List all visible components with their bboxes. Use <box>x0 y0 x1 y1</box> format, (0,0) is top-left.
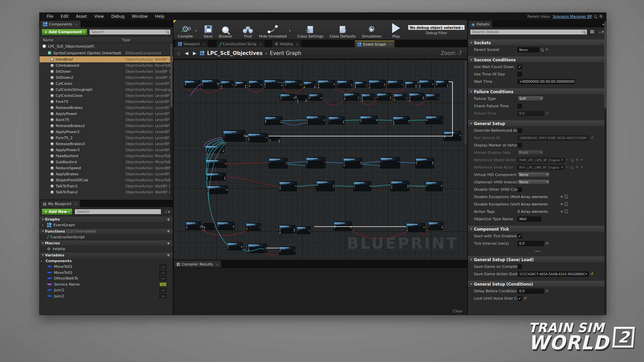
tab-components[interactable]: Components × <box>40 21 80 27</box>
component-row[interactable]: ApplyBrakes ObjectiveAction_LeverBP_ <box>40 171 173 177</box>
property-value[interactable]: 0.0↺ <box>518 289 548 294</box>
debug-object-dropdown[interactable]: No debug object selected▾ <box>408 25 465 30</box>
close-icon[interactable]: × <box>74 202 77 206</box>
browse-button[interactable]: Browse <box>216 21 235 39</box>
component-row[interactable]: CylCocksSimugraph ObjectiveAction_Simugr… <box>40 86 173 93</box>
blueprint-node[interactable] <box>369 80 385 88</box>
clear-icon[interactable]: ✕ <box>580 166 583 169</box>
event-graph-canvas[interactable]: BLUEPRINT <box>173 59 467 260</box>
property-value[interactable]: RVM_LPC_LMS_8F_Engine▾ ←+✕ <box>518 158 583 163</box>
chevron-down-icon[interactable]: ▾ <box>289 29 291 33</box>
dropdown[interactable]: Soft▾ <box>518 96 544 101</box>
search-icon[interactable] <box>594 15 597 18</box>
blueprint-node[interactable] <box>279 225 295 233</box>
checkbox[interactable]: ✓ <box>518 296 522 301</box>
blueprint-node[interactable] <box>360 116 377 124</box>
add-element-icon[interactable]: + <box>575 158 579 162</box>
close-icon[interactable]: × <box>260 43 262 46</box>
property-row[interactable]: Wait Time +00000000.00:00:00.000000000 <box>468 78 606 85</box>
blueprint-node[interactable] <box>419 80 434 88</box>
clear-icon[interactable]: ✕ <box>545 48 548 51</box>
blueprint-node[interactable] <box>393 117 410 125</box>
blueprint-node[interactable] <box>393 94 407 100</box>
component-row[interactable]: SitDown2 ObjectiveAction_SeatBP_C <box>40 74 173 80</box>
add-element-icon[interactable]: + <box>560 195 563 199</box>
blueprint-node[interactable] <box>285 80 302 88</box>
blueprint-node[interactable] <box>428 222 443 230</box>
blueprint-node[interactable] <box>318 80 335 88</box>
section-functions[interactable]: ▾ Functions(110 Overridable) + <box>40 228 173 234</box>
component-row-root[interactable]: LPC_ScE_Objectives(self) <box>40 43 173 50</box>
add-icon[interactable]: + <box>167 253 170 257</box>
blueprint-item[interactable]: Service Name <box>40 282 173 288</box>
blueprint-node[interactable] <box>186 222 201 230</box>
property-value[interactable]: +00000000.00:00:00.000000000 <box>518 79 575 84</box>
blueprint-node[interactable] <box>297 95 307 103</box>
blueprint-node[interactable] <box>377 93 391 101</box>
property-row[interactable]: Use Wait Count Down ✓ <box>468 63 606 70</box>
add-element-icon[interactable]: + <box>560 202 563 206</box>
blueprint-node[interactable] <box>406 223 425 232</box>
blueprint-node[interactable] <box>316 181 334 191</box>
search-icon[interactable] <box>571 166 574 169</box>
menu-edit[interactable]: Edit <box>57 14 72 19</box>
property-row[interactable]: Action Tags 0 Array elements+ <box>468 208 606 215</box>
column-type[interactable]: Type <box>122 38 130 42</box>
add-element-icon[interactable]: + <box>560 209 563 214</box>
blueprint-node[interactable] <box>223 131 245 141</box>
tab-helptip[interactable]: ⚙Helptip× <box>272 41 301 47</box>
find-button[interactable]: Find <box>240 21 256 39</box>
details-section-header[interactable]: ▾Success Conditions <box>468 57 606 63</box>
details-section-header[interactable]: ▾Sockets <box>468 40 606 46</box>
property-row[interactable]: Rail Vehicle ID {88EB823C-4F67-938E-5E28… <box>468 134 606 141</box>
blueprint-node[interactable] <box>416 158 434 168</box>
checkbox[interactable] <box>518 104 522 108</box>
component-row[interactable]: Back75 ObjectiveAction_LeverBP_ <box>40 117 173 123</box>
blueprint-node[interactable] <box>207 186 228 194</box>
blueprint-item[interactable]: DittonWalkTo <box>40 276 173 282</box>
blueprint-node[interactable] <box>391 181 409 191</box>
nav-back-icon[interactable]: ◀ <box>184 51 189 56</box>
component-row[interactable]: Fore75_2 ObjectiveAction_LeverBP_ <box>40 135 173 141</box>
blueprint-node[interactable] <box>248 133 267 142</box>
reset-icon[interactable]: ↺ <box>545 241 548 246</box>
close-icon[interactable]: × <box>389 43 392 46</box>
blueprint-node[interactable] <box>235 81 247 88</box>
property-value[interactable]: RVV_LPC_LMS_8F_Engine▾ ←+✕ <box>518 165 583 170</box>
blueprint-item[interactable]: ƒConstructionScript <box>40 234 173 240</box>
advanced-expander[interactable]: ▾ <box>468 250 606 253</box>
details-search[interactable] <box>470 29 587 35</box>
property-value[interactable]: None▾ <box>518 179 550 185</box>
save-button[interactable]: Save <box>201 21 216 39</box>
eye-icon[interactable] <box>159 288 167 292</box>
blueprint-item[interactable]: ⚙helptip <box>40 246 173 252</box>
blueprint-item[interactable]: ▸ EventGraph <box>40 222 173 228</box>
dropdown[interactable]: Front▾ <box>518 150 544 155</box>
checkbox[interactable]: ✓ <box>518 65 522 69</box>
blueprint-item[interactable]: Junc2 <box>40 293 173 299</box>
component-row[interactable]: CylCocks ObjectiveAction_LeverBP_ <box>40 80 173 86</box>
component-row[interactable]: ApplyPower ObjectiveAction_LeverBP_ <box>40 111 173 117</box>
checkbox[interactable] <box>518 143 522 147</box>
search-icon[interactable] <box>571 159 574 162</box>
property-value[interactable]: Front▾ <box>518 150 544 155</box>
graph-scrollbar[interactable] <box>465 61 467 145</box>
blueprint-node[interactable] <box>426 116 443 124</box>
clear-button[interactable]: Clear <box>453 309 463 313</box>
property-value[interactable] <box>518 128 522 133</box>
property-row[interactable]: Save Game on Complete <box>468 263 606 270</box>
blueprint-item[interactable]: ▸ Components <box>40 258 173 264</box>
details-search-input[interactable] <box>472 29 583 35</box>
blueprint-node[interactable] <box>279 247 295 255</box>
trash-icon[interactable] <box>565 203 568 206</box>
component-row[interactable]: SitDown ObjectiveAction_SeatBP_C <box>40 68 173 74</box>
details-scrollbar[interactable] <box>604 21 606 314</box>
add-element-icon[interactable]: + <box>575 165 579 169</box>
component-row[interactable]: Fore75 ObjectiveAction_LeverBP_ <box>40 99 173 105</box>
parent-class-link[interactable]: Scenario Manager BP <box>553 14 592 19</box>
blueprint-node[interactable] <box>204 223 215 231</box>
eye-icon[interactable] <box>159 276 167 281</box>
class-defaults-button[interactable]: ✓ Class Defaults <box>326 21 359 39</box>
property-value[interactable]: None▾ <box>518 172 550 177</box>
close-icon[interactable]: × <box>216 263 219 266</box>
